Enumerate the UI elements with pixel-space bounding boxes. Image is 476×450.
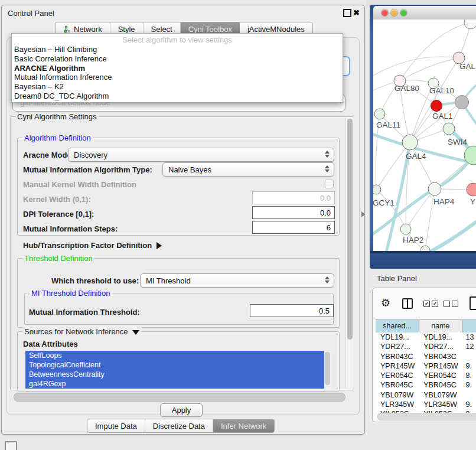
network-node[interactable] — [374, 109, 385, 119]
network-window-titlebar[interactable] — [373, 6, 476, 20]
network-node-label: SWI4 — [448, 138, 467, 146]
tab-discretize-data[interactable]: Discretize Data — [145, 419, 213, 432]
splitter-collapse-icon[interactable] — [361, 211, 365, 217]
attributes-scrollbar-thumb[interactable] — [325, 352, 330, 385]
algorithm-option[interactable]: Bayesian – K2 — [12, 82, 343, 92]
manual-kernel-width-checkbox[interactable] — [325, 180, 334, 188]
aracne-mode-label: Aracne Mode: — [23, 151, 74, 159]
mi-algorithm-type-combo[interactable]: Naive Bayes — [162, 162, 334, 177]
dpi-tolerance-field[interactable] — [252, 206, 335, 219]
table-cell — [461, 390, 476, 400]
tab-network-label: Network — [74, 25, 102, 34]
network-node[interactable] — [467, 183, 476, 196]
tab-infer-network[interactable]: Infer Network — [213, 419, 274, 432]
table-cell: YBR043C — [376, 352, 419, 361]
minimize-window-icon[interactable] — [391, 9, 397, 16]
deselect-all-icon[interactable] — [444, 301, 458, 307]
table-row[interactable]: YPR145WYPR145W9. — [376, 361, 476, 371]
combo-arrows-icon — [325, 165, 330, 172]
aracne-mode-combo[interactable]: Discovery — [68, 148, 334, 162]
gear-icon[interactable]: ⚙ — [381, 298, 390, 308]
settings-scrollbar-thumb[interactable] — [347, 119, 353, 340]
algorithm-option[interactable]: ARACNE Algorithm — [12, 64, 343, 73]
network-node[interactable] — [464, 19, 476, 29]
network-node[interactable] — [443, 123, 455, 135]
float-panel-icon[interactable] — [343, 9, 351, 17]
data-attribute-item[interactable]: TopologicalCoefficient — [25, 360, 324, 370]
table-row[interactable]: YLR345WYLR345W9. — [376, 400, 476, 409]
select-all-icon[interactable]: ✔✔ — [423, 301, 438, 307]
column-header-name[interactable]: name — [419, 320, 462, 332]
bottom-tabs: Impute Data Discretize Data Infer Networ… — [87, 419, 275, 433]
collapse-down-icon[interactable] — [132, 330, 139, 335]
algorithm-option[interactable]: Bayesian – Hill Climbing — [12, 45, 343, 54]
table-row[interactable]: YER054CYER054C8. — [376, 371, 476, 380]
document-icon[interactable] — [470, 296, 476, 310]
table-cell: YBR043C — [419, 352, 461, 361]
network-node-label: GAL1 — [432, 112, 453, 120]
attributes-scrollbar-track[interactable] — [324, 351, 331, 389]
zoom-window-icon[interactable] — [400, 9, 407, 16]
network-node-label: GAL — [459, 62, 476, 71]
column-header-shared-name[interactable]: shared... — [376, 320, 419, 332]
mi-steps-label: Mutual Information Steps: — [23, 224, 118, 233]
algorithm-dropdown-list: Bayesian – Hill ClimbingBasic Correlatio… — [12, 45, 343, 101]
algorithm-option[interactable]: Basic Correlation Inference — [12, 54, 343, 64]
mi-steps-field[interactable] — [252, 221, 335, 234]
table-cell: 13 — [461, 332, 476, 342]
application-screen: Control Panel ✖ Network Style Select Cyn… — [0, 0, 476, 450]
table-cell: YDR27... — [419, 342, 461, 351]
mi-threshold-field[interactable] — [250, 304, 334, 317]
network-node-label: GAL10 — [429, 86, 454, 95]
table-header-row: shared... name — [376, 319, 476, 333]
algorithm-dropdown-popup: Select algorithm to view settings Bayesi… — [11, 33, 343, 103]
mi-algorithm-type-value: Naive Bayes — [168, 165, 211, 174]
network-node[interactable] — [420, 246, 430, 251]
table-row[interactable]: YBR045CYBR045C9. — [376, 380, 476, 390]
table-cell: YBR045C — [419, 380, 461, 390]
network-node[interactable] — [373, 185, 381, 194]
settings-hscrollbar-thumb[interactable] — [14, 393, 345, 402]
algorithm-option[interactable]: Dream8 DC_TDC Algorithm — [12, 92, 343, 101]
network-canvas[interactable]: GALGAL80GAL10GAL1GAL11SWI4GAL4GCY1HAP4YH… — [373, 19, 476, 251]
close-panel-icon[interactable]: ✖ — [353, 9, 360, 17]
data-attribute-item[interactable]: SelfLoops — [25, 351, 324, 360]
network-node[interactable] — [455, 96, 469, 109]
table-cell: YER054C — [376, 371, 419, 380]
table-row[interactable]: YBR043CYBR043C — [376, 352, 476, 361]
split-columns-icon[interactable] — [402, 298, 413, 309]
network-node[interactable] — [428, 182, 441, 195]
tab-impute-data[interactable]: Impute Data — [87, 419, 145, 432]
settings-scrollbar-track[interactable] — [345, 118, 354, 388]
table-hscrollbar-thumb[interactable] — [377, 413, 476, 420]
apply-button[interactable]: Apply — [160, 403, 203, 417]
column-header-extra[interactable] — [462, 320, 476, 332]
mi-threshold-label: Mutual Information Threshold: — [29, 308, 140, 317]
table-cell: YLR345W — [419, 400, 461, 409]
kernel-width-label: Kernel Width (0,1): — [23, 195, 91, 204]
mi-algorithm-type-label: Mutual Information Algorithm Type: — [23, 165, 152, 174]
data-attribute-item[interactable]: BetweennessCentrality — [25, 370, 324, 379]
table-cell: YLR345W — [376, 400, 419, 409]
algorithm-option[interactable]: Mutual Information Inference — [12, 73, 343, 82]
mini-panel-icon[interactable] — [5, 441, 17, 450]
expand-right-icon — [157, 242, 162, 249]
network-node[interactable] — [400, 224, 411, 234]
table-row[interactable]: YDL19...YDL19...13 — [376, 332, 476, 342]
data-attribute-item[interactable]: gal4RGexp — [25, 379, 324, 389]
network-node[interactable] — [431, 100, 442, 112]
close-window-icon[interactable] — [382, 9, 388, 16]
dpi-tolerance-label: DPI Tolerance [0,1]: — [23, 210, 94, 219]
table-cell: YPR145W — [419, 361, 461, 371]
hub-definition-section[interactable]: Hub/Transcription Factor Definition — [23, 241, 162, 250]
network-node[interactable] — [402, 135, 418, 150]
network-node-label: GAL11 — [376, 120, 400, 129]
hub-definition-label: Hub/Transcription Factor Definition — [23, 241, 152, 250]
table-row[interactable]: YBL079WYBL079W — [376, 390, 476, 400]
table-row[interactable]: YDR27...YDR27...12 — [376, 342, 476, 351]
aracne-mode-value: Discovery — [74, 151, 107, 159]
which-threshold-combo[interactable]: MI Threshold — [140, 273, 334, 288]
control-panel: Control Panel ✖ Network Style Select Cyn… — [1, 5, 365, 435]
algorithm-definition-title: Algorithm Definition — [22, 133, 93, 142]
kernel-width-field[interactable] — [252, 191, 335, 204]
